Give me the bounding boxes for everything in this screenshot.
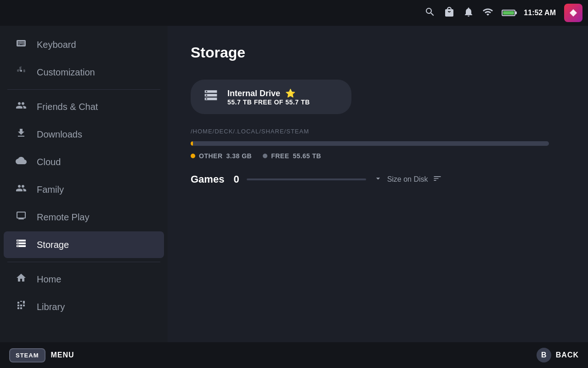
drive-space: 55.7 TB FREE OF 55.7 TB [227, 98, 310, 106]
other-value: 3.38 GB [226, 152, 252, 160]
search-icon[interactable] [424, 6, 435, 20]
storage-legend: OTHER 3.38 GB FREE 55.65 TB [191, 152, 565, 160]
sidebar-item-friends[interactable]: Friends & Chat [4, 93, 164, 120]
storage-card[interactable]: Internal Drive ⭐ 55.7 TB FREE OF 55.7 TB [191, 80, 351, 114]
sidebar: Keyboard Customization Friends & Chat Do… [0, 26, 168, 342]
sidebar-item-family-label: Family [37, 184, 64, 195]
divider-1 [7, 89, 160, 90]
sidebar-item-customization-label: Customization [37, 67, 95, 78]
games-section: Games 0 Size on Disk [191, 173, 565, 185]
sidebar-item-keyboard-label: Keyboard [37, 40, 76, 50]
downloads-icon [15, 127, 28, 141]
games-progress-bar [247, 178, 366, 180]
sidebar-item-friends-label: Friends & Chat [37, 102, 98, 112]
connectivity-icon [482, 6, 493, 20]
library-icon [15, 300, 28, 314]
remote-play-icon [15, 210, 28, 224]
storage-icon [15, 238, 28, 252]
customization-icon [15, 65, 28, 79]
sidebar-item-remote-play[interactable]: Remote Play [4, 204, 164, 230]
sidebar-item-library[interactable]: Library [4, 293, 164, 320]
sidebar-item-customization[interactable]: Customization [4, 59, 164, 86]
main-content: Storage Internal Drive ⭐ 55.7 TB FREE OF… [168, 26, 588, 342]
sidebar-item-downloads-label: Downloads [37, 129, 82, 140]
sort-icon [433, 174, 442, 185]
sidebar-item-cloud[interactable]: Cloud [4, 149, 164, 175]
steam-label[interactable]: STEAM [9, 348, 45, 362]
family-icon [15, 183, 28, 196]
storage-card-info: Internal Drive ⭐ 55.7 TB FREE OF 55.7 TB [227, 88, 310, 106]
progress-bar-container [191, 141, 549, 146]
bottombar: STEAM MENU B BACK [0, 342, 588, 368]
notifications-icon[interactable] [463, 6, 474, 20]
app-icon[interactable] [564, 4, 582, 22]
sidebar-item-keyboard[interactable]: Keyboard [4, 31, 164, 58]
divider-2 [7, 262, 160, 262]
sidebar-item-family[interactable]: Family [4, 176, 164, 203]
topbar-time: 11:52 AM [524, 9, 556, 17]
other-label: OTHER [199, 152, 223, 160]
chevron-down-icon [373, 174, 383, 185]
store-icon[interactable] [444, 6, 455, 20]
b-circle: B [537, 348, 551, 362]
games-count: 0 [233, 173, 239, 185]
back-button[interactable]: B BACK [537, 348, 579, 362]
steam-menu-button[interactable]: STEAM MENU [9, 348, 74, 362]
topbar-icons: 11:52 AM [424, 4, 582, 22]
sidebar-item-home-label: Home [37, 274, 61, 285]
keyboard-icon [15, 38, 28, 52]
home-icon [15, 272, 28, 286]
sidebar-item-library-label: Library [37, 302, 65, 312]
battery-icon [502, 10, 515, 16]
sidebar-item-storage[interactable]: Storage [4, 231, 164, 258]
sort-label: Size on Disk [387, 175, 428, 184]
free-value: 55.65 TB [293, 152, 321, 160]
legend-other: OTHER 3.38 GB [191, 152, 252, 160]
other-dot [191, 154, 195, 158]
back-label: BACK [556, 351, 579, 359]
legend-free: FREE 55.65 TB [263, 152, 321, 160]
games-label: Games [191, 173, 224, 185]
games-sort[interactable]: Size on Disk [373, 174, 442, 185]
free-dot [263, 154, 267, 158]
drive-icon [204, 88, 218, 106]
drive-name: Internal Drive ⭐ [227, 88, 310, 98]
cloud-icon [15, 155, 28, 169]
friends-icon [15, 100, 28, 114]
sidebar-item-downloads[interactable]: Downloads [4, 121, 164, 148]
sidebar-item-remote-play-label: Remote Play [37, 212, 90, 223]
sidebar-item-home[interactable]: Home [4, 266, 164, 293]
storage-path: /HOME/DECK/.LOCAL/SHARE/STEAM [191, 128, 565, 135]
free-label: FREE [271, 152, 289, 160]
topbar: 11:52 AM [0, 0, 588, 26]
progress-bar-fill [191, 141, 193, 146]
sidebar-item-storage-label: Storage [37, 240, 69, 250]
sidebar-item-cloud-label: Cloud [37, 157, 61, 167]
menu-label: MENU [51, 351, 74, 359]
page-title: Storage [191, 44, 565, 61]
